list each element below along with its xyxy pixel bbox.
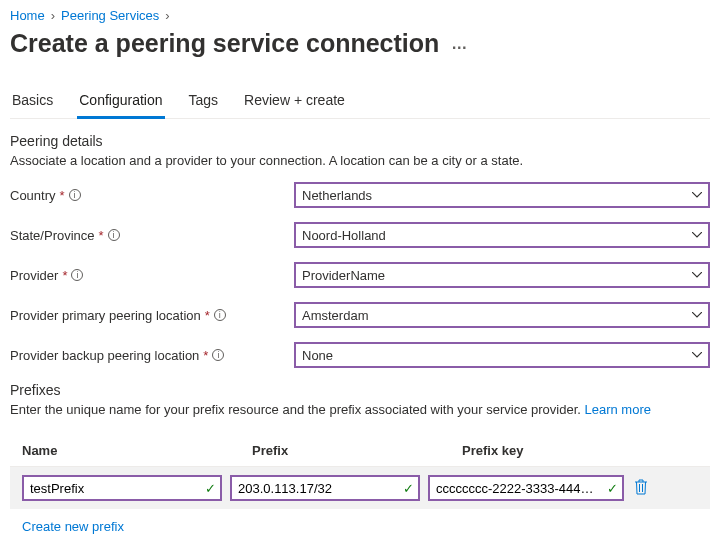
learn-more-link[interactable]: Learn more [584, 402, 650, 417]
primary-label: Provider primary peering location * i [10, 308, 294, 323]
tab-configuration[interactable]: Configuration [77, 86, 164, 119]
field-row-primary: Provider primary peering location * i Am… [10, 302, 710, 328]
backup-select[interactable]: None [294, 342, 710, 368]
required-indicator: * [203, 348, 208, 363]
page-title: Create a peering service connection … [10, 29, 710, 58]
country-select[interactable]: Netherlands [294, 182, 710, 208]
info-icon[interactable]: i [108, 229, 120, 241]
breadcrumb-peering-services[interactable]: Peering Services [61, 8, 159, 23]
col-header-prefix: Prefix [252, 443, 462, 458]
info-icon[interactable]: i [69, 189, 81, 201]
provider-select-wrap: ProviderName [294, 262, 710, 288]
prefixes-heading: Prefixes [10, 382, 710, 398]
required-indicator: * [60, 188, 65, 203]
breadcrumb-home[interactable]: Home [10, 8, 45, 23]
tabs: Basics Configuration Tags Review + creat… [10, 86, 710, 119]
required-indicator: * [205, 308, 210, 323]
field-row-state: State/Province * i Noord-Holland [10, 222, 710, 248]
state-select-wrap: Noord-Holland [294, 222, 710, 248]
field-row-backup: Provider backup peering location * i Non… [10, 342, 710, 368]
prefix-value-input[interactable] [230, 475, 420, 501]
country-select-wrap: Netherlands [294, 182, 710, 208]
prefixes-desc: Enter the unique name for your prefix re… [10, 402, 710, 417]
create-new-prefix-link[interactable]: Create new prefix [10, 513, 136, 540]
country-label-text: Country [10, 188, 56, 203]
state-label: State/Province * i [10, 228, 294, 243]
provider-select[interactable]: ProviderName [294, 262, 710, 288]
chevron-right-icon: › [165, 8, 169, 23]
country-label: Country * i [10, 188, 294, 203]
info-icon[interactable]: i [212, 349, 224, 361]
breadcrumb: Home › Peering Services › [10, 8, 710, 23]
required-indicator: * [62, 268, 67, 283]
cell-prefix: ✓ [230, 475, 420, 501]
primary-select-wrap: Amsterdam [294, 302, 710, 328]
prefixes-desc-text: Enter the unique name for your prefix re… [10, 402, 584, 417]
field-row-provider: Provider * i ProviderName [10, 262, 710, 288]
tab-tags[interactable]: Tags [187, 86, 221, 118]
peering-details-heading: Peering details [10, 133, 710, 149]
peering-details-desc: Associate a location and a provider to y… [10, 153, 710, 168]
chevron-right-icon: › [51, 8, 55, 23]
primary-label-text: Provider primary peering location [10, 308, 201, 323]
prefix-key-input[interactable] [428, 475, 624, 501]
provider-label-text: Provider [10, 268, 58, 283]
state-label-text: State/Province [10, 228, 95, 243]
delete-row-button[interactable] [632, 477, 650, 500]
required-indicator: * [99, 228, 104, 243]
col-header-name: Name [22, 443, 252, 458]
cell-key: ✓ [428, 475, 624, 501]
info-icon[interactable]: i [214, 309, 226, 321]
col-header-key: Prefix key [462, 443, 698, 458]
tab-basics[interactable]: Basics [10, 86, 55, 118]
more-icon[interactable]: … [451, 35, 468, 53]
prefix-table-row: ✓ ✓ ✓ [10, 467, 710, 509]
backup-label-text: Provider backup peering location [10, 348, 199, 363]
prefix-table-header: Name Prefix Prefix key [10, 435, 710, 467]
page-title-text: Create a peering service connection [10, 29, 439, 58]
prefix-name-input[interactable] [22, 475, 222, 501]
backup-label: Provider backup peering location * i [10, 348, 294, 363]
field-row-country: Country * i Netherlands [10, 182, 710, 208]
provider-label: Provider * i [10, 268, 294, 283]
tab-review-create[interactable]: Review + create [242, 86, 347, 118]
info-icon[interactable]: i [71, 269, 83, 281]
primary-select[interactable]: Amsterdam [294, 302, 710, 328]
backup-select-wrap: None [294, 342, 710, 368]
state-select[interactable]: Noord-Holland [294, 222, 710, 248]
cell-name: ✓ [22, 475, 222, 501]
trash-icon [634, 479, 648, 495]
